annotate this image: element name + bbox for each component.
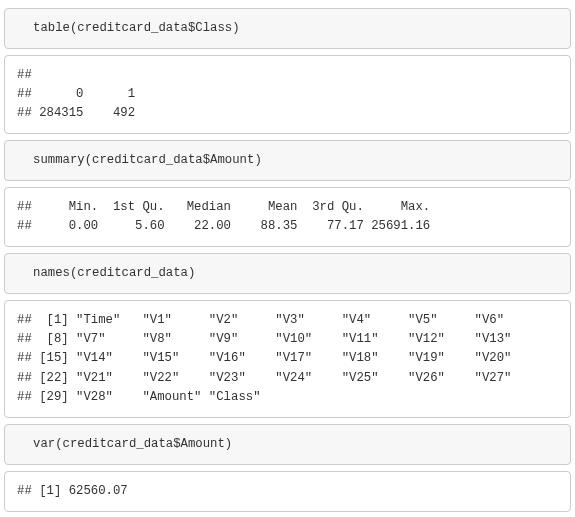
output-cell-names: ## [1] "Time" "V1" "V2" "V3" "V4" "V5" "… xyxy=(4,300,571,417)
code-cell-table-class: table(creditcard_data$Class) xyxy=(4,8,571,49)
code-cell-names: names(creditcard_data) xyxy=(4,253,571,294)
output-text: ## [1] "Time" "V1" "V2" "V3" "V4" "V5" "… xyxy=(17,311,558,406)
code-text: summary(creditcard_data$Amount) xyxy=(33,151,558,170)
output-cell-table-class: ## ## 0 1 ## 284315 492 xyxy=(4,55,571,134)
code-text: names(creditcard_data) xyxy=(33,264,558,283)
code-text: table(creditcard_data$Class) xyxy=(33,19,558,38)
output-cell-summary-amount: ## Min. 1st Qu. Median Mean 3rd Qu. Max.… xyxy=(4,187,571,247)
code-text: var(creditcard_data$Amount) xyxy=(33,435,558,454)
output-text: ## [1] 62560.07 xyxy=(17,482,558,501)
output-text: ## ## 0 1 ## 284315 492 xyxy=(17,66,558,123)
code-cell-var-amount: var(creditcard_data$Amount) xyxy=(4,424,571,465)
output-text: ## Min. 1st Qu. Median Mean 3rd Qu. Max.… xyxy=(17,198,558,236)
output-cell-var-amount: ## [1] 62560.07 xyxy=(4,471,571,512)
code-cell-summary-amount: summary(creditcard_data$Amount) xyxy=(4,140,571,181)
